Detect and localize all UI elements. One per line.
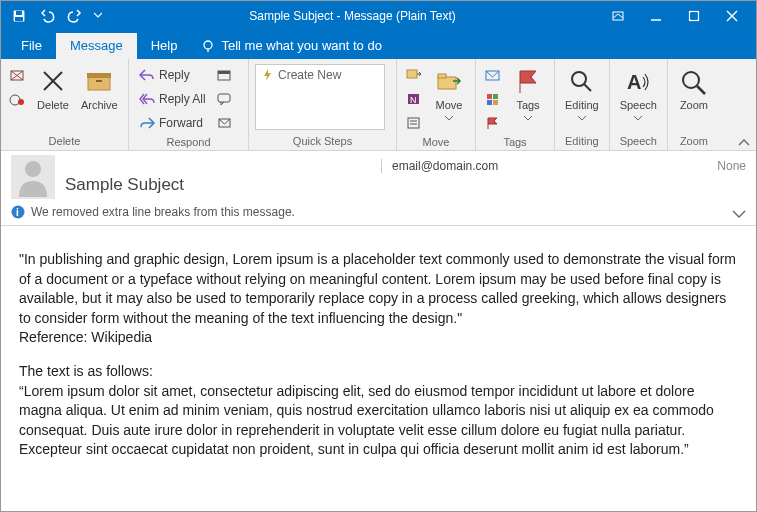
svg-rect-37 xyxy=(493,100,498,105)
archive-icon xyxy=(83,66,115,98)
move-icon xyxy=(433,66,465,98)
svg-rect-19 xyxy=(87,73,111,78)
tellme-label: Tell me what you want to do xyxy=(221,38,381,53)
delete-button[interactable]: Delete xyxy=(33,64,73,114)
group-zoom-label: Zoom xyxy=(674,133,714,150)
delete-label: Delete xyxy=(37,99,69,112)
expand-header-icon[interactable] xyxy=(732,209,746,219)
archive-button[interactable]: Archive xyxy=(77,64,122,114)
svg-rect-3 xyxy=(16,11,22,15)
flag-icon xyxy=(512,66,544,98)
qat-customize-icon[interactable] xyxy=(91,4,105,28)
svg-rect-25 xyxy=(407,70,417,78)
svg-rect-23 xyxy=(218,94,230,102)
collapse-ribbon-icon[interactable] xyxy=(738,138,750,148)
message-body[interactable]: "In publishing and graphic design, Lorem… xyxy=(1,226,756,494)
group-speech: A Speech Speech xyxy=(610,59,668,150)
ribbon: Delete Archive Delete Reply Reply All Fo… xyxy=(1,59,756,151)
reply-all-button[interactable]: Reply All xyxy=(135,88,210,110)
tab-help[interactable]: Help xyxy=(137,33,192,59)
svg-point-15 xyxy=(18,99,24,105)
tags-label: Tags xyxy=(516,99,539,125)
im-icon[interactable] xyxy=(214,88,236,110)
find-icon xyxy=(566,66,598,98)
svg-rect-4 xyxy=(613,12,623,20)
svg-rect-36 xyxy=(487,100,492,105)
actions-icon[interactable] xyxy=(403,112,425,134)
rules-icon[interactable] xyxy=(403,64,425,86)
onenote-icon[interactable]: N xyxy=(403,88,425,110)
tags-button[interactable]: Tags xyxy=(508,64,548,127)
ribbon-display-icon[interactable] xyxy=(600,4,636,28)
undo-icon[interactable] xyxy=(35,4,59,28)
unread-icon[interactable] xyxy=(482,64,504,86)
reply-all-icon xyxy=(139,92,155,106)
editing-button[interactable]: Editing xyxy=(561,64,603,127)
message-subject: Sample Subject xyxy=(65,175,746,195)
move-button[interactable]: Move xyxy=(429,64,469,127)
svg-rect-31 xyxy=(438,77,456,89)
tab-file[interactable]: File xyxy=(7,33,56,59)
group-move-label: Move xyxy=(403,134,469,151)
save-icon[interactable] xyxy=(7,4,31,28)
sensitivity-label: None xyxy=(717,159,746,173)
svg-rect-32 xyxy=(438,74,446,78)
group-speech-label: Speech xyxy=(616,133,661,150)
window-controls xyxy=(600,4,750,28)
editing-label: Editing xyxy=(565,99,599,125)
group-quicksteps: Create New Quick Steps xyxy=(249,59,397,150)
body-paragraph-2: The text is as follows: “Lorem ipsum dol… xyxy=(19,362,738,460)
group-editing: Editing Editing xyxy=(555,59,610,150)
speech-button[interactable]: A Speech xyxy=(616,64,661,127)
minimize-icon[interactable] xyxy=(638,4,674,28)
group-editing-label: Editing xyxy=(561,133,603,150)
info-icon: i xyxy=(11,205,25,219)
quickstep-create-new: Create New xyxy=(278,68,341,82)
message-header: email@domain.com None Sample Subject i W… xyxy=(1,151,756,226)
meeting-icon[interactable] xyxy=(214,64,236,86)
group-tags-label: Tags xyxy=(482,134,548,151)
followup-icon[interactable] xyxy=(482,112,504,134)
zoom-label: Zoom xyxy=(680,99,708,112)
info-bar-text: We removed extra line breaks from this m… xyxy=(31,205,295,219)
ribbon-tabs: File Message Help Tell me what you want … xyxy=(1,31,756,59)
group-delete-label: Delete xyxy=(7,133,122,150)
quicksteps-gallery[interactable]: Create New xyxy=(255,64,385,130)
svg-rect-18 xyxy=(88,76,110,90)
svg-text:A: A xyxy=(627,71,641,93)
redo-icon[interactable] xyxy=(63,4,87,28)
group-quicksteps-label: Quick Steps xyxy=(255,133,390,150)
forward-button[interactable]: Forward xyxy=(135,112,210,134)
tellme-search[interactable]: Tell me what you want to do xyxy=(191,38,391,59)
junk-icon[interactable] xyxy=(7,88,29,110)
svg-rect-35 xyxy=(493,94,498,99)
window-title: Sample Subject - Message (Plain Text) xyxy=(105,9,600,23)
info-bar[interactable]: i We removed extra line breaks from this… xyxy=(11,201,746,219)
more-respond-icon[interactable] xyxy=(214,112,236,134)
ignore-icon[interactable] xyxy=(7,64,29,86)
group-delete: Delete Archive Delete xyxy=(1,59,129,150)
lightbulb-icon xyxy=(201,39,215,53)
svg-rect-2 xyxy=(15,17,23,21)
categorize-icon[interactable] xyxy=(482,88,504,110)
tab-message[interactable]: Message xyxy=(56,33,137,59)
move-label: Move xyxy=(436,99,463,125)
svg-rect-34 xyxy=(487,94,492,99)
reply-button[interactable]: Reply xyxy=(135,64,210,86)
speech-label: Speech xyxy=(620,99,657,125)
titlebar: Sample Subject - Message (Plain Text) xyxy=(1,1,756,31)
svg-line-42 xyxy=(697,86,705,94)
svg-text:N: N xyxy=(410,95,417,105)
body-paragraph-1: "In publishing and graphic design, Lorem… xyxy=(19,250,738,348)
group-respond: Reply Reply All Forward Respond xyxy=(129,59,249,150)
group-tags: Tags Tags xyxy=(476,59,555,150)
lightning-icon xyxy=(262,69,274,81)
svg-line-39 xyxy=(584,84,591,91)
svg-rect-28 xyxy=(408,118,419,128)
zoom-button[interactable]: Zoom xyxy=(674,64,714,114)
maximize-icon[interactable] xyxy=(676,4,712,28)
close-icon[interactable] xyxy=(714,4,750,28)
svg-rect-20 xyxy=(96,80,102,82)
reply-icon xyxy=(139,68,155,82)
group-zoom: Zoom Zoom xyxy=(668,59,720,150)
